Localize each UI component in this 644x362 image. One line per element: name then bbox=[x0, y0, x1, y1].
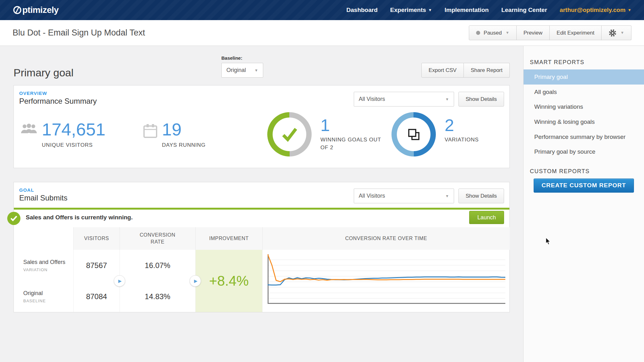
variations-icon bbox=[408, 128, 420, 141]
nav-learning-center[interactable]: Learning Center bbox=[501, 7, 547, 14]
email-submits-card: GOAL Email Submits All Visitors ▼ Show D… bbox=[14, 182, 510, 312]
conversion-chart-cell bbox=[262, 250, 510, 312]
chevron-down-icon: ▼ bbox=[445, 194, 449, 198]
paused-status-icon bbox=[476, 31, 480, 35]
create-custom-report-button[interactable]: CREATE CUSTOM REPORT bbox=[534, 178, 634, 193]
variation-conversion-rate: 16.07% bbox=[119, 250, 195, 281]
settings-dropdown[interactable]: ▼ bbox=[602, 25, 631, 40]
winning-goals-stat: 1 WINNING GOALS OUT OF 2 bbox=[267, 112, 391, 156]
winning-goals-value: 1 bbox=[320, 117, 383, 134]
chevron-down-icon: ▼ bbox=[620, 30, 624, 35]
col-header-conversion-rate: CONVERSION RATE bbox=[119, 227, 195, 250]
chevron-down-icon: ▼ bbox=[506, 30, 509, 35]
results-table: VISITORS CONVERSION RATE IMPROVEMENT CON… bbox=[14, 227, 509, 312]
overview-eyebrow: OVERVIEW bbox=[19, 90, 97, 96]
winner-check-icon bbox=[7, 212, 20, 225]
reports-sidebar: SMART REPORTS Primary goal All goals Win… bbox=[523, 46, 644, 362]
optimizely-results-page: ptimizely Dashboard Experiments▼ Impleme… bbox=[0, 0, 644, 362]
main-content: Primary goal Baseline: Original ▼ Export… bbox=[0, 46, 523, 362]
baseline-conversion-rate: 14.83% bbox=[119, 281, 195, 312]
conversion-rate-chart bbox=[268, 254, 505, 313]
experiment-actions: Paused ▼ Preview Edit Experiment ▼ bbox=[469, 25, 631, 40]
smart-reports-heading: SMART REPORTS bbox=[524, 59, 644, 66]
winning-goals-donut bbox=[267, 112, 312, 156]
variations-donut bbox=[391, 112, 436, 156]
status-dropdown[interactable]: Paused ▼ bbox=[469, 25, 517, 40]
winning-banner: Sales and Offers is currently winning. L… bbox=[14, 208, 509, 225]
nav-links: Dashboard Experiments▼ Implementation Le… bbox=[347, 7, 547, 14]
col-header-name bbox=[14, 227, 73, 250]
experiment-title: Blu Dot - Email Sign Up Modal Text bbox=[13, 28, 145, 38]
baseline-control: Baseline: Original ▼ bbox=[221, 55, 263, 78]
audience-select[interactable]: All Visitors ▼ bbox=[354, 92, 454, 107]
expand-visitors-button[interactable]: ▶ bbox=[114, 275, 125, 287]
calendar-icon bbox=[143, 123, 158, 139]
show-details-button[interactable]: Show Details bbox=[458, 92, 504, 107]
custom-reports-heading: CUSTOM REPORTS bbox=[524, 168, 644, 175]
goal-title: Email Submits bbox=[19, 194, 67, 202]
variations-stat: 2 VARIATIONS bbox=[391, 112, 479, 156]
sidebar-item-all-goals[interactable]: All goals bbox=[524, 85, 644, 100]
sidebar-item-winning-losing-goals[interactable]: Winning & losing goals bbox=[524, 114, 644, 129]
report-actions: Export CSV Share Report bbox=[421, 63, 510, 78]
unique-visitors-stat: 174,651 UNIQUE VISITORS bbox=[20, 120, 143, 148]
account-menu[interactable]: arthur@optimizely.com▼ bbox=[560, 7, 631, 14]
optimizely-o-icon bbox=[13, 5, 22, 15]
baseline-select[interactable]: Original ▼ bbox=[221, 63, 263, 78]
days-running-value: 19 bbox=[162, 120, 206, 139]
chevron-down-icon: ▼ bbox=[628, 8, 631, 12]
goal-eyebrow: GOAL bbox=[19, 187, 67, 193]
days-running-stat: 19 DAYS RUNNING bbox=[143, 120, 267, 148]
winning-goals-label: WINNING GOALS OUT OF 2 bbox=[320, 136, 383, 151]
top-nav: ptimizely Dashboard Experiments▼ Impleme… bbox=[0, 0, 644, 20]
page-title: Primary goal bbox=[14, 67, 74, 79]
experiment-header: Blu Dot - Email Sign Up Modal Text Pause… bbox=[0, 20, 644, 46]
expand-rate-button[interactable]: ▶ bbox=[190, 275, 201, 287]
share-report-button[interactable]: Share Report bbox=[464, 63, 510, 78]
edit-experiment-button[interactable]: Edit Experiment bbox=[550, 25, 602, 40]
preview-button[interactable]: Preview bbox=[517, 25, 550, 40]
improvement-cell: +8.4% bbox=[195, 250, 262, 312]
sidebar-item-performance-by-browser[interactable]: Performance summary by browser bbox=[524, 129, 644, 145]
unique-visitors-value: 174,651 bbox=[42, 120, 105, 139]
sidebar-item-primary-goal-by-source[interactable]: Primary goal by source bbox=[524, 144, 644, 159]
table-row-baseline-name: Original BASELINE bbox=[14, 281, 73, 312]
baseline-label: Baseline: bbox=[221, 55, 263, 61]
optimizely-logo[interactable]: ptimizely bbox=[13, 5, 58, 15]
sidebar-item-primary-goal[interactable]: Primary goal bbox=[524, 69, 644, 85]
days-running-label: DAYS RUNNING bbox=[162, 142, 206, 148]
report-toolbar: Primary goal Baseline: Original ▼ Export… bbox=[14, 55, 510, 78]
chevron-down-icon: ▼ bbox=[428, 8, 432, 12]
col-header-visitors: VISITORS bbox=[73, 227, 119, 250]
col-header-chart: CONVERSION RATE OVER TIME bbox=[262, 227, 510, 250]
launch-button[interactable]: Launch bbox=[469, 211, 504, 224]
stats-row: 174,651 UNIQUE VISITORS 19 bbox=[14, 107, 509, 156]
variation-visitors: 87567 bbox=[73, 250, 119, 281]
variations-label: VARIATIONS bbox=[445, 136, 479, 144]
chevron-down-icon: ▼ bbox=[254, 68, 258, 73]
check-icon bbox=[280, 126, 299, 143]
play-icon: ▶ bbox=[118, 278, 122, 283]
nav-dashboard[interactable]: Dashboard bbox=[347, 7, 378, 14]
goal-audience-select[interactable]: All Visitors ▼ bbox=[354, 189, 454, 203]
col-header-improvement: IMPROVEMENT bbox=[195, 227, 262, 250]
performance-summary-card: OVERVIEW Performance Summary All Visitor… bbox=[14, 85, 510, 168]
sidebar-item-winning-variations[interactable]: Winning variations bbox=[524, 99, 644, 114]
people-icon bbox=[20, 123, 37, 135]
overview-title: Performance Summary bbox=[19, 97, 97, 106]
winning-message: Sales and Offers is currently winning. bbox=[26, 214, 133, 221]
unique-visitors-label: UNIQUE VISITORS bbox=[42, 142, 105, 148]
table-row-variation-name: Sales and Offers VARIATION bbox=[14, 250, 73, 281]
play-icon: ▶ bbox=[194, 278, 197, 283]
goal-show-details-button[interactable]: Show Details bbox=[458, 189, 504, 203]
variations-value: 2 bbox=[445, 117, 479, 134]
nav-implementation[interactable]: Implementation bbox=[445, 7, 489, 14]
nav-experiments[interactable]: Experiments▼ bbox=[390, 7, 432, 14]
export-csv-button[interactable]: Export CSV bbox=[421, 63, 464, 78]
gear-icon bbox=[608, 29, 617, 37]
chevron-down-icon: ▼ bbox=[445, 97, 449, 101]
logo-text: ptimizely bbox=[22, 5, 58, 15]
baseline-visitors: 87084 bbox=[73, 281, 119, 312]
